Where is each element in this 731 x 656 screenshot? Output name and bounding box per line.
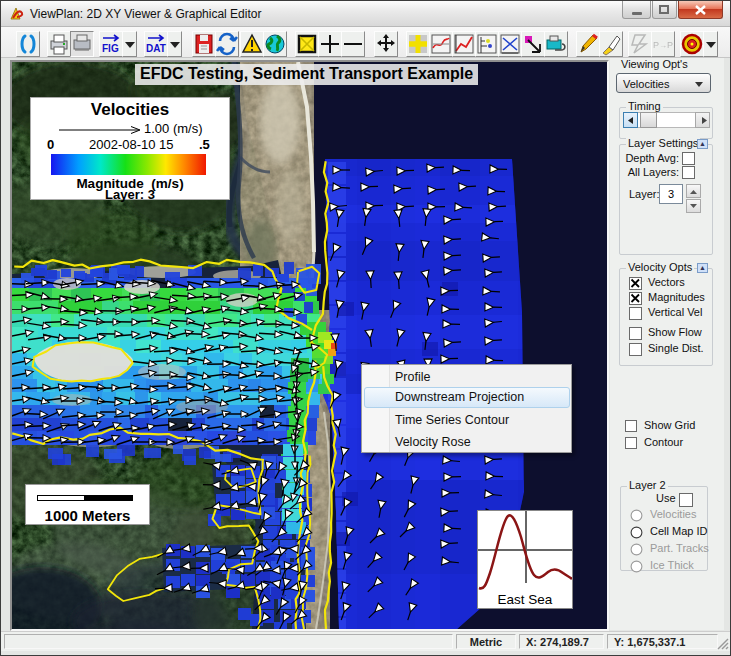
svg-text:FIG: FIG	[102, 43, 119, 54]
svg-text:P→P: P→P	[653, 40, 673, 50]
